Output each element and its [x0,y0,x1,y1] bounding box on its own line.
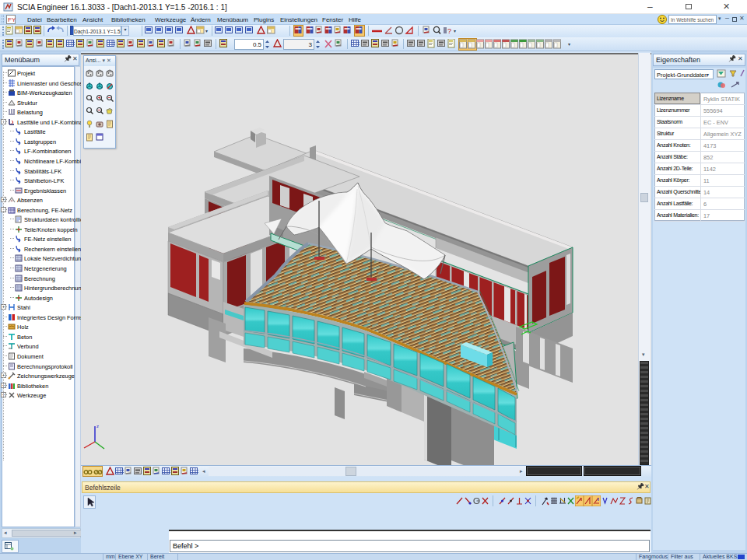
svg-text:?: ? [447,27,451,35]
svg-text:FY: FY [8,16,16,23]
svg-text:z: z [96,424,99,429]
